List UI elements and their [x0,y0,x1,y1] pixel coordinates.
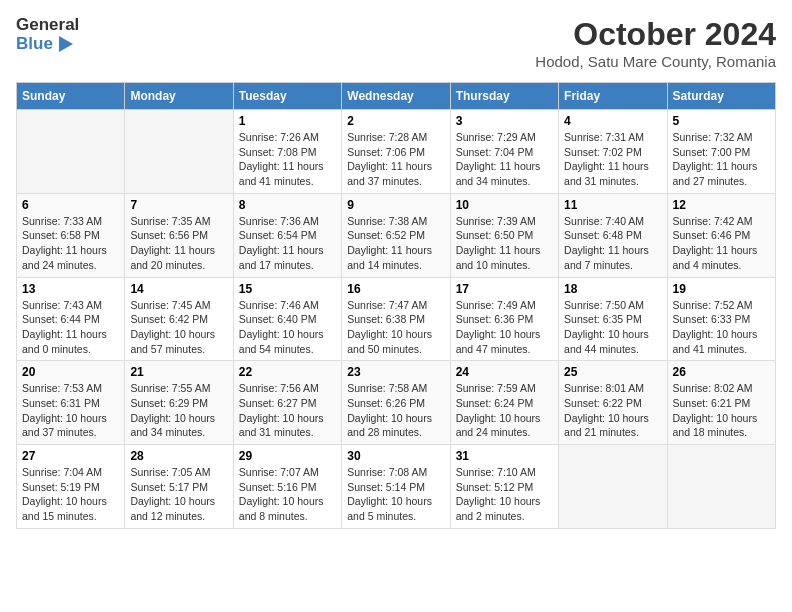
logo-blue: Blue [16,35,79,54]
day-info: Sunrise: 7:39 AM Sunset: 6:50 PM Dayligh… [456,214,553,273]
day-number: 17 [456,282,553,296]
day-number: 8 [239,198,336,212]
day-info: Sunrise: 7:32 AM Sunset: 7:00 PM Dayligh… [673,130,770,189]
day-number: 21 [130,365,227,379]
day-info: Sunrise: 7:26 AM Sunset: 7:08 PM Dayligh… [239,130,336,189]
calendar-cell: 13Sunrise: 7:43 AM Sunset: 6:44 PM Dayli… [17,277,125,361]
day-info: Sunrise: 7:08 AM Sunset: 5:14 PM Dayligh… [347,465,444,524]
day-number: 3 [456,114,553,128]
col-header-friday: Friday [559,83,667,110]
calendar-cell: 23Sunrise: 7:58 AM Sunset: 6:26 PM Dayli… [342,361,450,445]
calendar-cell: 31Sunrise: 7:10 AM Sunset: 5:12 PM Dayli… [450,445,558,529]
day-info: Sunrise: 7:50 AM Sunset: 6:35 PM Dayligh… [564,298,661,357]
logo: General Blue [16,16,79,53]
col-header-sunday: Sunday [17,83,125,110]
logo-arrow-icon [59,36,73,52]
col-header-thursday: Thursday [450,83,558,110]
calendar-cell: 2Sunrise: 7:28 AM Sunset: 7:06 PM Daylig… [342,110,450,194]
day-number: 9 [347,198,444,212]
calendar-cell: 19Sunrise: 7:52 AM Sunset: 6:33 PM Dayli… [667,277,775,361]
day-number: 24 [456,365,553,379]
day-number: 1 [239,114,336,128]
day-info: Sunrise: 7:36 AM Sunset: 6:54 PM Dayligh… [239,214,336,273]
calendar-cell: 6Sunrise: 7:33 AM Sunset: 6:58 PM Daylig… [17,193,125,277]
calendar-cell: 21Sunrise: 7:55 AM Sunset: 6:29 PM Dayli… [125,361,233,445]
calendar-cell: 15Sunrise: 7:46 AM Sunset: 6:40 PM Dayli… [233,277,341,361]
calendar-cell: 10Sunrise: 7:39 AM Sunset: 6:50 PM Dayli… [450,193,558,277]
day-info: Sunrise: 7:43 AM Sunset: 6:44 PM Dayligh… [22,298,119,357]
calendar-cell: 26Sunrise: 8:02 AM Sunset: 6:21 PM Dayli… [667,361,775,445]
day-info: Sunrise: 7:49 AM Sunset: 6:36 PM Dayligh… [456,298,553,357]
day-number: 2 [347,114,444,128]
day-number: 26 [673,365,770,379]
day-number: 31 [456,449,553,463]
calendar-table: SundayMondayTuesdayWednesdayThursdayFrid… [16,82,776,529]
day-number: 23 [347,365,444,379]
location-title: Hodod, Satu Mare County, Romania [535,53,776,70]
day-number: 11 [564,198,661,212]
calendar-cell: 25Sunrise: 8:01 AM Sunset: 6:22 PM Dayli… [559,361,667,445]
calendar-cell: 12Sunrise: 7:42 AM Sunset: 6:46 PM Dayli… [667,193,775,277]
day-info: Sunrise: 7:42 AM Sunset: 6:46 PM Dayligh… [673,214,770,273]
day-number: 29 [239,449,336,463]
calendar-cell: 18Sunrise: 7:50 AM Sunset: 6:35 PM Dayli… [559,277,667,361]
day-number: 15 [239,282,336,296]
day-info: Sunrise: 7:29 AM Sunset: 7:04 PM Dayligh… [456,130,553,189]
calendar-cell: 5Sunrise: 7:32 AM Sunset: 7:00 PM Daylig… [667,110,775,194]
calendar-cell [559,445,667,529]
day-info: Sunrise: 7:10 AM Sunset: 5:12 PM Dayligh… [456,465,553,524]
day-info: Sunrise: 7:40 AM Sunset: 6:48 PM Dayligh… [564,214,661,273]
day-info: Sunrise: 7:05 AM Sunset: 5:17 PM Dayligh… [130,465,227,524]
calendar-cell [667,445,775,529]
day-number: 6 [22,198,119,212]
day-number: 25 [564,365,661,379]
calendar-cell: 17Sunrise: 7:49 AM Sunset: 6:36 PM Dayli… [450,277,558,361]
day-info: Sunrise: 7:55 AM Sunset: 6:29 PM Dayligh… [130,381,227,440]
day-info: Sunrise: 7:31 AM Sunset: 7:02 PM Dayligh… [564,130,661,189]
day-info: Sunrise: 7:28 AM Sunset: 7:06 PM Dayligh… [347,130,444,189]
day-info: Sunrise: 7:46 AM Sunset: 6:40 PM Dayligh… [239,298,336,357]
day-info: Sunrise: 8:01 AM Sunset: 6:22 PM Dayligh… [564,381,661,440]
calendar-cell: 30Sunrise: 7:08 AM Sunset: 5:14 PM Dayli… [342,445,450,529]
calendar-cell: 20Sunrise: 7:53 AM Sunset: 6:31 PM Dayli… [17,361,125,445]
day-info: Sunrise: 7:04 AM Sunset: 5:19 PM Dayligh… [22,465,119,524]
calendar-cell: 4Sunrise: 7:31 AM Sunset: 7:02 PM Daylig… [559,110,667,194]
calendar-cell: 24Sunrise: 7:59 AM Sunset: 6:24 PM Dayli… [450,361,558,445]
logo-general: General [16,16,79,35]
day-number: 7 [130,198,227,212]
day-number: 12 [673,198,770,212]
day-number: 18 [564,282,661,296]
col-header-saturday: Saturday [667,83,775,110]
col-header-monday: Monday [125,83,233,110]
calendar-cell: 1Sunrise: 7:26 AM Sunset: 7:08 PM Daylig… [233,110,341,194]
calendar-cell: 29Sunrise: 7:07 AM Sunset: 5:16 PM Dayli… [233,445,341,529]
day-number: 27 [22,449,119,463]
day-number: 30 [347,449,444,463]
day-info: Sunrise: 7:45 AM Sunset: 6:42 PM Dayligh… [130,298,227,357]
day-info: Sunrise: 7:59 AM Sunset: 6:24 PM Dayligh… [456,381,553,440]
col-header-tuesday: Tuesday [233,83,341,110]
day-info: Sunrise: 7:52 AM Sunset: 6:33 PM Dayligh… [673,298,770,357]
day-number: 28 [130,449,227,463]
day-info: Sunrise: 7:33 AM Sunset: 6:58 PM Dayligh… [22,214,119,273]
day-number: 4 [564,114,661,128]
calendar-cell: 14Sunrise: 7:45 AM Sunset: 6:42 PM Dayli… [125,277,233,361]
day-info: Sunrise: 7:35 AM Sunset: 6:56 PM Dayligh… [130,214,227,273]
title-section: October 2024 Hodod, Satu Mare County, Ro… [535,16,776,70]
day-info: Sunrise: 7:47 AM Sunset: 6:38 PM Dayligh… [347,298,444,357]
day-info: Sunrise: 7:53 AM Sunset: 6:31 PM Dayligh… [22,381,119,440]
month-title: October 2024 [535,16,776,53]
calendar-cell [125,110,233,194]
day-info: Sunrise: 7:56 AM Sunset: 6:27 PM Dayligh… [239,381,336,440]
day-number: 22 [239,365,336,379]
day-number: 10 [456,198,553,212]
calendar-cell: 16Sunrise: 7:47 AM Sunset: 6:38 PM Dayli… [342,277,450,361]
day-info: Sunrise: 8:02 AM Sunset: 6:21 PM Dayligh… [673,381,770,440]
calendar-cell: 28Sunrise: 7:05 AM Sunset: 5:17 PM Dayli… [125,445,233,529]
calendar-cell: 11Sunrise: 7:40 AM Sunset: 6:48 PM Dayli… [559,193,667,277]
calendar-cell [17,110,125,194]
day-info: Sunrise: 7:58 AM Sunset: 6:26 PM Dayligh… [347,381,444,440]
day-number: 13 [22,282,119,296]
day-number: 14 [130,282,227,296]
calendar-cell: 3Sunrise: 7:29 AM Sunset: 7:04 PM Daylig… [450,110,558,194]
